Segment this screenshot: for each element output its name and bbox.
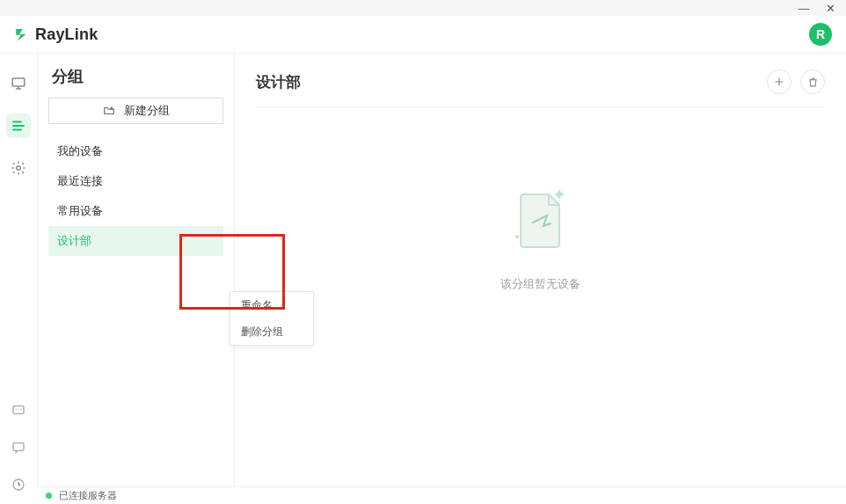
context-menu: 重命名 删除分组 <box>230 291 314 346</box>
delete-button[interactable] <box>800 69 825 94</box>
group-item-recent[interactable]: 最近连接 <box>48 166 223 196</box>
app-header: RayLink R <box>0 16 846 53</box>
plus-icon <box>773 76 785 88</box>
group-list: 我的设备 最近连接 常用设备 设计部 ⋯ <box>48 136 223 256</box>
more-icon[interactable]: ⋯ <box>205 228 218 242</box>
main-title: 设计部 <box>256 72 301 92</box>
trash-icon <box>807 77 819 88</box>
group-item-label: 最近连接 <box>57 173 103 189</box>
group-item-label: 常用设备 <box>57 203 103 219</box>
logo-text: RayLink <box>35 26 98 44</box>
add-device-button[interactable] <box>767 69 791 94</box>
group-item-label: 设计部 <box>57 233 91 249</box>
new-group-button[interactable]: 新建分组 <box>48 98 223 124</box>
avatar-initial: R <box>816 27 825 41</box>
nav-item-help[interactable] <box>6 472 31 497</box>
context-menu-rename[interactable]: 重命名 <box>230 292 313 318</box>
logo-icon <box>14 26 30 42</box>
app-logo: RayLink <box>14 26 98 44</box>
chat-icon <box>11 404 26 418</box>
window-close-button[interactable]: ✕ <box>825 3 835 13</box>
nav-item-desktop[interactable] <box>6 71 31 96</box>
empty-state: 该分组暂无设备 <box>256 107 825 488</box>
svg-point-5 <box>515 235 519 238</box>
main-actions <box>767 69 825 94</box>
app-body: 分组 新建分组 我的设备 最近连接 常用设备 设计部 ⋯ 重命名 删除分组 设计… <box>0 53 846 504</box>
minimize-icon: — <box>799 2 810 15</box>
group-item-design-dept[interactable]: 设计部 ⋯ <box>48 226 223 256</box>
sidebar-title: 分组 <box>48 66 223 87</box>
sidebar: 分组 新建分组 我的设备 最近连接 常用设备 设计部 ⋯ 重命名 删除分组 <box>37 53 235 504</box>
status-bar: 已连接服务器 <box>37 486 846 504</box>
nav-item-feedback[interactable] <box>6 435 31 460</box>
svg-rect-3 <box>13 443 24 451</box>
clock-icon <box>11 478 26 492</box>
close-icon: ✕ <box>826 2 835 15</box>
nav-item-groups[interactable] <box>6 113 31 138</box>
user-avatar[interactable]: R <box>809 23 832 46</box>
document-icon <box>501 182 580 261</box>
window-minimize-button[interactable]: — <box>799 3 809 13</box>
status-text: 已连接服务器 <box>59 489 117 502</box>
monitor-icon <box>11 76 26 91</box>
new-folder-icon <box>103 105 115 117</box>
svg-point-1 <box>17 166 21 171</box>
empty-illustration <box>513 186 569 257</box>
message-icon <box>11 441 26 455</box>
status-dot-icon <box>46 493 52 499</box>
group-item-my-devices[interactable]: 我的设备 <box>48 136 223 166</box>
list-icon <box>11 118 26 134</box>
titlebar: — ✕ <box>0 0 846 16</box>
context-menu-delete[interactable]: 删除分组 <box>230 318 313 345</box>
context-menu-item-label: 重命名 <box>241 298 273 313</box>
group-item-label: 我的设备 <box>57 143 103 159</box>
svg-rect-0 <box>12 78 25 86</box>
context-menu-item-label: 删除分组 <box>241 325 283 340</box>
nav-bottom <box>6 398 31 497</box>
main-panel: 设计部 该分组暂无设备 <box>235 53 846 504</box>
new-group-label: 新建分组 <box>124 103 170 119</box>
empty-text: 该分组暂无设备 <box>500 276 580 292</box>
main-header: 设计部 <box>256 69 825 107</box>
nav-rail <box>0 53 37 504</box>
nav-item-chat[interactable] <box>6 398 31 423</box>
gear-icon <box>11 160 26 176</box>
group-item-favorites[interactable]: 常用设备 <box>48 196 223 226</box>
nav-item-settings[interactable] <box>6 156 31 180</box>
